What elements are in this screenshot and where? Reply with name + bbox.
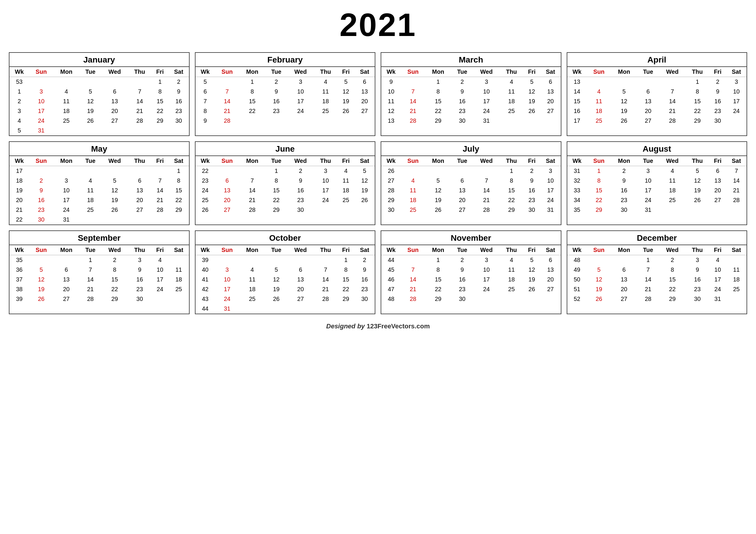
day-cell: 20 [540,96,561,106]
day-cell: 12 [523,87,540,96]
day-cell: 15 [659,275,686,284]
day-cell: 5 [354,166,375,176]
col-header-fri: Fri [337,67,354,77]
day-cell: 26 [587,294,611,304]
day-cell: 1 [151,77,169,87]
day-cell: 15 [151,96,169,106]
month-block-december: DecemberWkSunMonTueWedThuFriSat481234495… [567,230,747,314]
day-cell: 19 [523,96,540,106]
day-cell: 6 [540,255,561,265]
day-cell: 21 [239,195,265,205]
day-cell [101,166,128,176]
col-header-mon: Mon [425,67,451,77]
day-cell: 16 [287,186,314,195]
day-cell: 26 [79,116,102,126]
day-cell [215,77,239,87]
day-cell: 4 [79,176,102,186]
col-header-tue: Tue [79,67,102,77]
day-cell: 19 [686,186,709,195]
col-header-sat: Sat [540,245,561,255]
col-header-wed: Wed [287,67,314,77]
day-cell: 31 [709,294,726,304]
col-header-wk: Wk [10,67,29,77]
col-header-mon: Mon [239,67,265,77]
month-table: WkSunMonTueWedThuFriSat17118234567819910… [10,156,189,224]
day-cell: 17 [473,275,500,284]
day-cell: 18 [53,106,79,116]
day-cell: 22 [169,195,189,205]
day-cell [169,255,189,265]
week-row: 36567891011 [10,265,189,275]
footer-prefix: Designed by [326,322,367,330]
week-row: 210111213141516 [10,96,189,106]
day-cell: 29 [587,205,611,215]
week-row: 5123456 [196,77,375,87]
col-header-tue: Tue [637,245,659,255]
week-row: 44123456 [381,255,561,265]
col-header-thu: Thu [128,156,151,166]
day-cell: 22 [659,284,686,294]
footer: Designed by 123FreeVectors.com [9,322,747,330]
week-number: 38 [10,284,29,294]
day-cell: 25 [314,106,338,116]
week-row: 236789101112 [196,176,375,186]
col-header-fri: Fri [151,245,169,255]
day-cell [169,294,189,304]
day-cell: 18 [500,96,523,106]
col-header-sun: Sun [587,245,611,255]
week-number: 25 [196,195,215,205]
week-row: 2745678910 [381,176,561,186]
day-cell: 16 [451,275,473,284]
col-header-sun: Sun [401,245,425,255]
day-cell: 18 [169,275,189,284]
week-row: 3819202122232425 [10,284,189,294]
day-cell: 29 [686,116,709,126]
day-cell: 16 [128,275,151,284]
col-header-mon: Mon [53,67,79,77]
month-table: WkSunMonTueWedThuFriSat51234566789101112… [196,67,375,126]
day-cell: 18 [337,186,354,195]
week-row: 481234 [567,255,747,265]
day-cell [29,77,53,87]
col-header-tue: Tue [79,245,102,255]
day-cell: 29 [425,294,451,304]
day-cell: 13 [354,87,375,96]
day-cell: 9 [169,87,189,96]
day-cell: 30 [128,294,151,304]
day-cell: 6 [101,87,128,96]
week-row: 4578910111213 [381,265,561,275]
day-cell: 26 [611,116,637,126]
day-cell: 21 [726,186,746,195]
day-cell: 25 [169,284,189,294]
day-cell: 27 [215,205,239,215]
day-cell: 13 [287,275,314,284]
col-header-tue: Tue [637,67,659,77]
month-block-april: AprilWkSunMonTueWedThuFriSat131231445678… [567,52,747,136]
col-header-mon: Mon [53,245,79,255]
day-cell: 9 [128,265,151,275]
month-block-february: FebruaryWkSunMonTueWedThuFriSat512345667… [195,52,376,136]
day-cell [101,215,128,224]
col-header-tue: Tue [451,156,473,166]
week-number: 14 [567,87,587,96]
week-number: 5 [196,77,215,87]
col-header-sat: Sat [354,67,375,77]
day-cell [151,294,169,304]
week-number: 6 [196,87,215,96]
day-cell: 14 [659,96,686,106]
week-row: 48282930 [381,294,561,304]
day-cell: 8 [265,176,287,186]
month-block-may: MayWkSunMonTueWedThuFriSat17118234567819… [9,141,190,225]
day-cell: 12 [29,275,53,284]
col-header-sat: Sat [169,156,189,166]
day-cell: 30 [451,294,473,304]
col-header-sun: Sun [215,67,239,77]
col-header-wk: Wk [381,156,401,166]
col-header-tue: Tue [79,156,102,166]
col-header-wk: Wk [381,67,401,77]
day-cell: 18 [587,106,611,116]
day-cell: 9 [354,265,375,275]
month-name: December [567,231,747,245]
week-row: 531 [10,126,189,136]
col-header-wk: Wk [196,245,215,255]
